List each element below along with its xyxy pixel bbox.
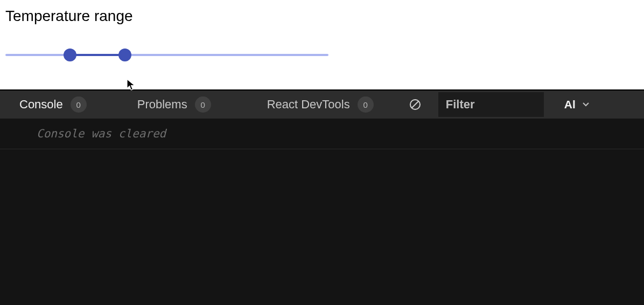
tab-react-devtools[interactable]: React DevTools 0: [265, 96, 376, 113]
tab-console[interactable]: Console 0: [17, 96, 89, 113]
range-slider[interactable]: [5, 50, 328, 60]
console-body: Console was cleared: [0, 119, 644, 305]
devtools-panel: Console 0 Problems 0 React DevTools 0 Al: [0, 89, 644, 305]
tab-problems[interactable]: Problems 0: [135, 96, 213, 113]
tab-badge: 0: [71, 96, 87, 113]
devtools-tabbar: Console 0 Problems 0 React DevTools 0 Al: [0, 91, 644, 119]
tab-label: Problems: [137, 98, 187, 112]
slider-rail: [5, 54, 328, 56]
ban-icon: [409, 98, 422, 111]
tab-label: Console: [19, 98, 63, 112]
slider-title: Temperature range: [5, 8, 639, 25]
slider-track: [70, 54, 125, 56]
log-level-label: Al: [564, 98, 576, 111]
clear-console-button[interactable]: [407, 96, 423, 113]
tab-badge: 0: [195, 96, 211, 113]
tab-badge: 0: [358, 96, 374, 113]
tab-label: React DevTools: [267, 98, 350, 112]
console-message: Console was cleared: [0, 119, 644, 149]
slider-thumb-high[interactable]: [118, 48, 131, 61]
app-area: Temperature range: [0, 0, 644, 89]
svg-line-1: [411, 101, 418, 108]
slider-thumb-low[interactable]: [64, 48, 76, 61]
filter-input[interactable]: [438, 92, 544, 117]
chevron-down-icon: [582, 98, 590, 111]
log-level-dropdown[interactable]: Al: [564, 98, 590, 111]
